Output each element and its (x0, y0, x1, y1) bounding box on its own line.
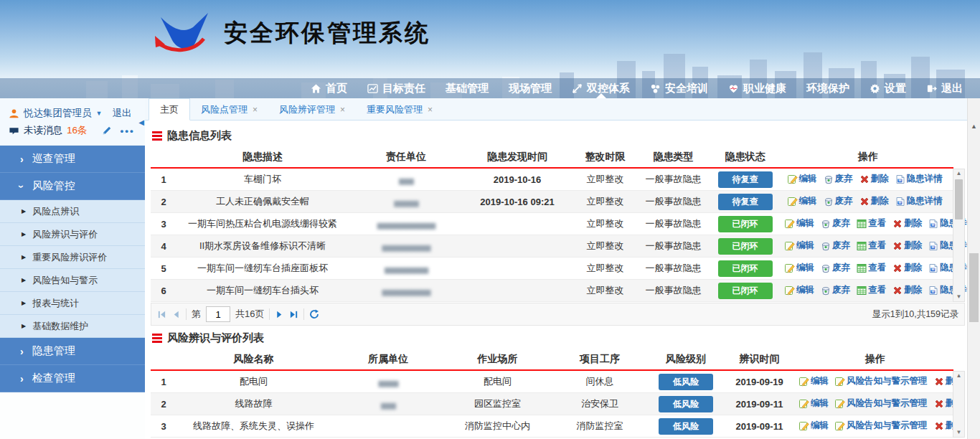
close-icon[interactable]: × (253, 105, 258, 115)
action-discard[interactable]: 废弃 (821, 262, 850, 274)
close-icon[interactable]: × (428, 105, 433, 115)
unread-messages-count[interactable]: 16条 (67, 124, 88, 137)
scroll-down-icon[interactable]: ▼ (953, 428, 964, 437)
action-label: 废弃 (832, 240, 850, 252)
action-view[interactable]: 查看 (857, 217, 886, 230)
action-notice[interactable]: 风险告知与警示管理 (835, 420, 928, 432)
refresh-icon[interactable] (309, 309, 319, 319)
scrollbar-thumb[interactable] (969, 253, 979, 322)
status-badge[interactable]: 已闭环 (718, 260, 773, 277)
nav-item-dual-control[interactable]: 双控体系 (562, 78, 640, 98)
actions-cell: 编辑废弃查看删除W隐患详情 (783, 280, 953, 302)
triangle-right-icon: ▶ (22, 323, 26, 329)
scrollbar-thumb[interactable] (955, 179, 963, 220)
action-edit[interactable]: 编辑 (799, 375, 829, 387)
action-delete[interactable]: 删除 (892, 262, 922, 274)
nav-item-goal-duty[interactable]: 目标责任 (357, 78, 435, 98)
last-page-button[interactable] (289, 310, 298, 319)
prev-page-button[interactable] (171, 310, 181, 319)
close-icon[interactable]: × (340, 105, 345, 115)
nav-item-safety-training[interactable]: 安全培训 (640, 78, 718, 98)
sidebar-item-inspection-mgmt[interactable]: ›检查管理 (0, 365, 145, 392)
actions-cell: 编辑风险告知与警示管理删除 (797, 370, 953, 393)
tab-home[interactable]: 主页 (149, 98, 190, 121)
sidebar-subitem-major-risk-identify[interactable]: ▶重要风险辨识评价 (0, 246, 145, 269)
hazard-table-scrollbar[interactable]: ▲ ▼ (953, 169, 965, 302)
hazard-table-body: 1车棚门坏▆▆▆2019-10-16立即整改一般事故隐患待复查编辑废弃删除W隐患… (151, 168, 953, 302)
user-name[interactable]: 悦达集团管理员 (24, 107, 92, 120)
tab-risk-evaluate[interactable]: 风险辨评管理× (268, 99, 356, 120)
action-edit[interactable]: 编辑 (799, 397, 829, 410)
sidebar-item-patrol-mgmt[interactable]: ›巡查管理 (0, 146, 145, 173)
action-delete[interactable]: 删除 (859, 195, 889, 207)
status-badge[interactable]: 已闭环 (718, 238, 773, 255)
risk-level-badge[interactable]: 低风险 (659, 418, 713, 435)
sidebar-subitem-risk-identify-evaluate[interactable]: ▶风险辨识与评价 (0, 223, 145, 246)
sidebar-subitem-base-data-maintain[interactable]: ▶基础数据维护 (0, 315, 145, 338)
action-delete[interactable]: 删除 (892, 217, 922, 230)
sidebar-item-risk-control[interactable]: ›风险管控 (0, 173, 145, 200)
action-delete[interactable]: 删除 (892, 284, 922, 296)
action-edit[interactable]: 编辑 (785, 217, 814, 230)
action-discard[interactable]: 废弃 (821, 217, 850, 230)
scroll-down-icon[interactable]: ▼ (953, 293, 964, 301)
action-view[interactable]: 查看 (857, 284, 886, 296)
action-discard[interactable]: 废弃 (824, 173, 853, 185)
action-discard[interactable]: 废弃 (824, 195, 853, 207)
sidebar-collapse-icon[interactable]: ◀ (138, 118, 144, 126)
scroll-up-icon[interactable]: ▲ (953, 169, 964, 178)
nav-item-home[interactable]: 首页 (301, 78, 357, 98)
pencil-icon[interactable] (102, 126, 112, 136)
page-scrollbar[interactable]: ▲ (967, 98, 980, 439)
chevron-down-icon[interactable]: ▼ (96, 110, 103, 117)
action-detail[interactable]: W隐患详情 (895, 195, 943, 207)
sidebar-subitem-risk-notice-warning[interactable]: ▶风险告知与警示 (0, 269, 145, 292)
sidebar-subitem-risk-point-identify[interactable]: ▶风险点辨识 (0, 200, 145, 223)
action-view[interactable]: 查看 (857, 240, 886, 252)
list-icon (152, 131, 162, 141)
nav-item-site-mgmt[interactable]: 现场管理 (499, 78, 562, 98)
status-badge[interactable]: 待复查 (718, 194, 773, 210)
type-cell: 一般事故隐患 (639, 168, 707, 191)
time-cell: 2019-10-16 (463, 168, 571, 191)
risk-level-badge[interactable]: 低风险 (659, 374, 713, 390)
status-badge[interactable]: 已闭环 (718, 216, 773, 232)
action-view[interactable]: 查看 (857, 262, 886, 274)
more-options-icon[interactable]: ••• (121, 126, 135, 136)
action-notice[interactable]: 风险告知与警示管理 (835, 375, 928, 387)
place-cell: 消防监控中心内 (446, 415, 550, 438)
sidebar-item-hazard-mgmt[interactable]: ›隐患管理 (0, 338, 145, 365)
risk-table-scrollbar[interactable]: ▲ ▼ (953, 371, 965, 438)
action-delete[interactable]: 删除 (859, 173, 889, 185)
action-edit[interactable]: 编辑 (785, 262, 814, 274)
status-badge-cell: 待复查 (707, 168, 783, 191)
action-detail[interactable]: W隐患详情 (895, 173, 943, 185)
nav-item-logout[interactable]: 退出 (916, 78, 973, 98)
first-page-button[interactable] (157, 310, 166, 319)
action-edit[interactable]: 编辑 (785, 284, 814, 296)
tab-major-risk[interactable]: 重要风险管理× (356, 99, 443, 120)
scroll-up-icon[interactable]: ▲ (953, 372, 964, 380)
action-edit[interactable]: 编辑 (788, 195, 817, 207)
action-notice[interactable]: 风险告知与警示管理 (835, 397, 928, 410)
tab-risk-point[interactable]: 风险点管理× (190, 99, 268, 120)
scroll-up-icon[interactable]: ▲ (968, 123, 980, 130)
unread-messages-label[interactable]: 未读消息 (24, 124, 62, 137)
nav-item-occupational-health[interactable]: 职业健康 (718, 78, 796, 98)
action-edit[interactable]: 编辑 (788, 173, 817, 185)
logout-link[interactable]: 退出 (112, 107, 131, 120)
status-badge[interactable]: 待复查 (718, 171, 773, 188)
nav-item-settings[interactable]: 设置 (859, 78, 916, 98)
status-badge[interactable]: 已闭环 (718, 283, 773, 299)
action-discard[interactable]: 废弃 (821, 284, 850, 296)
action-edit[interactable]: 编辑 (785, 240, 814, 252)
action-edit[interactable]: 编辑 (799, 420, 829, 432)
next-page-button[interactable] (275, 310, 284, 319)
sidebar-subitem-report-statistics[interactable]: ▶报表与统计 (0, 292, 145, 315)
page-input[interactable] (206, 306, 230, 322)
nav-item-basic-mgmt[interactable]: 基础管理 (435, 78, 499, 98)
risk-level-badge[interactable]: 低风险 (659, 396, 713, 412)
action-delete[interactable]: 删除 (892, 240, 922, 252)
nav-item-environment-protection[interactable]: 环境保护 (796, 78, 859, 98)
action-discard[interactable]: 废弃 (821, 240, 850, 252)
